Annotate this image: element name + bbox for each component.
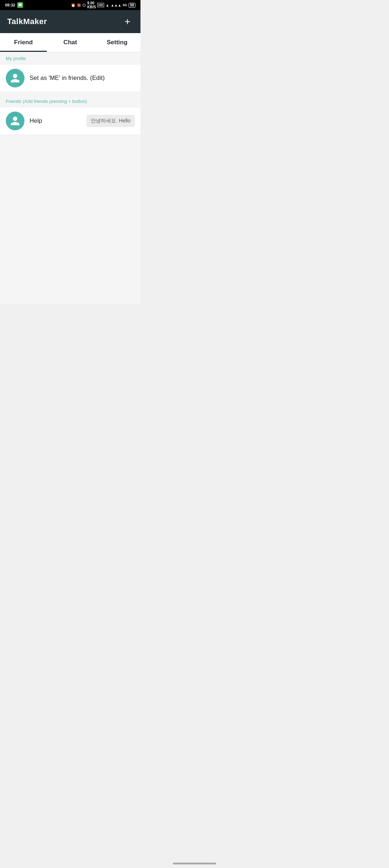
status-bar: 09:32 ⏰ 🔕 ⬡ 9.00KB/S HD ▲ ▲▲▲ 5G 99 [0,0,140,10]
5g-icon: 5G [123,3,127,7]
wifi-icon: ▲ [106,3,109,7]
tab-bar: Friend Chat Setting [0,33,140,52]
signal-icon: ▲▲▲ [111,3,121,7]
friend-last-message: 안녕하세요. Hello [86,115,135,127]
bluetooth-icon: ⬡ [82,3,86,7]
battery-icon: 99 [129,3,135,8]
status-icons: ⏰ 🔕 ⬡ 9.00KB/S HD ▲ ▲▲▲ 5G 99 [71,1,135,9]
chat-notification-icon [17,2,23,8]
section-gap [0,92,140,95]
tab-setting[interactable]: Setting [94,33,140,52]
mute-icon: 🔕 [77,3,81,7]
app-header: TalkMaker + [0,10,140,33]
tab-friend[interactable]: Friend [0,33,47,52]
my-profile-text: Set as 'ME' in friends. (Edit) [30,74,135,82]
my-profile-row[interactable]: Set as 'ME' in friends. (Edit) [0,64,140,92]
friend-name-help: Help [30,117,81,125]
friend-avatar-help [6,112,24,130]
add-button[interactable]: + [122,15,133,28]
friend-row-help[interactable]: Help 안녕하세요. Hello [0,107,140,135]
app-title: TalkMaker [7,17,47,26]
friends-label: Friends (Add friends pressing + button) [0,95,140,107]
alarm-icon: ⏰ [71,3,75,7]
hd-icon: HD [97,3,104,7]
network-speed: 9.00KB/S [87,1,96,9]
my-profile-label: My profile [0,52,140,64]
tab-chat[interactable]: Chat [47,33,94,52]
status-time: 09:32 [5,3,15,7]
my-profile-avatar [6,69,24,87]
content-area: My profile Set as 'ME' in friends. (Edit… [0,52,140,304]
